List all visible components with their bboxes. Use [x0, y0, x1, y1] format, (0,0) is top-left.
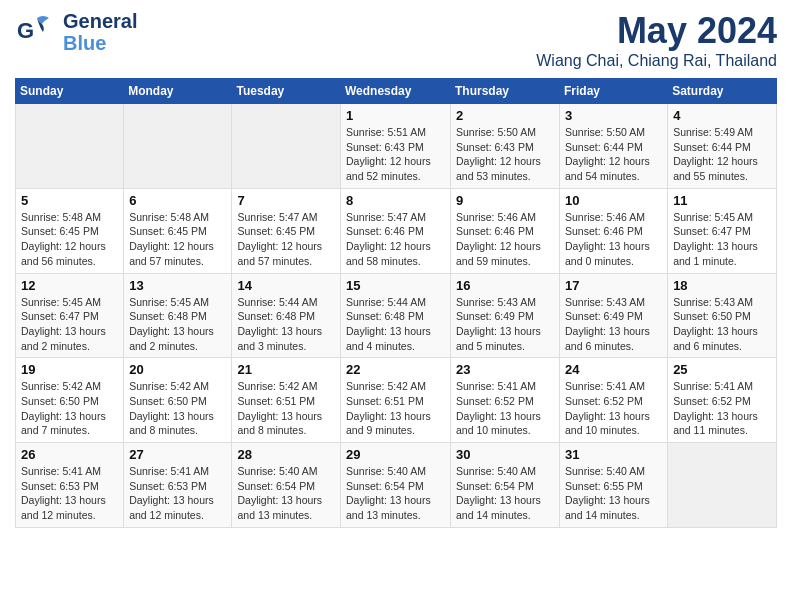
day-info: Sunrise: 5:50 AM Sunset: 6:43 PM Dayligh…: [456, 125, 554, 184]
calendar-cell: 15Sunrise: 5:44 AM Sunset: 6:48 PM Dayli…: [341, 273, 451, 358]
calendar-cell: [16, 104, 124, 189]
calendar-cell: 27Sunrise: 5:41 AM Sunset: 6:53 PM Dayli…: [124, 443, 232, 528]
day-number: 19: [21, 362, 118, 377]
day-info: Sunrise: 5:45 AM Sunset: 6:47 PM Dayligh…: [21, 295, 118, 354]
day-number: 22: [346, 362, 445, 377]
calendar-cell: 11Sunrise: 5:45 AM Sunset: 6:47 PM Dayli…: [668, 188, 777, 273]
weekday-header-sunday: Sunday: [16, 79, 124, 104]
day-number: 31: [565, 447, 662, 462]
day-info: Sunrise: 5:40 AM Sunset: 6:54 PM Dayligh…: [346, 464, 445, 523]
day-info: Sunrise: 5:50 AM Sunset: 6:44 PM Dayligh…: [565, 125, 662, 184]
weekday-header-saturday: Saturday: [668, 79, 777, 104]
calendar-week-row: 5Sunrise: 5:48 AM Sunset: 6:45 PM Daylig…: [16, 188, 777, 273]
calendar-cell: 16Sunrise: 5:43 AM Sunset: 6:49 PM Dayli…: [451, 273, 560, 358]
calendar-cell: 8Sunrise: 5:47 AM Sunset: 6:46 PM Daylig…: [341, 188, 451, 273]
page-header: G General Blue May 2024 Wiang Chai, Chia…: [15, 10, 777, 70]
day-number: 11: [673, 193, 771, 208]
day-info: Sunrise: 5:41 AM Sunset: 6:53 PM Dayligh…: [21, 464, 118, 523]
calendar-cell: 23Sunrise: 5:41 AM Sunset: 6:52 PM Dayli…: [451, 358, 560, 443]
svg-text:G: G: [17, 18, 34, 43]
day-info: Sunrise: 5:46 AM Sunset: 6:46 PM Dayligh…: [565, 210, 662, 269]
calendar-cell: 4Sunrise: 5:49 AM Sunset: 6:44 PM Daylig…: [668, 104, 777, 189]
day-number: 25: [673, 362, 771, 377]
location-title: Wiang Chai, Chiang Rai, Thailand: [536, 52, 777, 70]
calendar-cell: 21Sunrise: 5:42 AM Sunset: 6:51 PM Dayli…: [232, 358, 341, 443]
calendar-cell: 1Sunrise: 5:51 AM Sunset: 6:43 PM Daylig…: [341, 104, 451, 189]
day-number: 26: [21, 447, 118, 462]
day-info: Sunrise: 5:41 AM Sunset: 6:52 PM Dayligh…: [565, 379, 662, 438]
day-number: 1: [346, 108, 445, 123]
calendar-cell: 24Sunrise: 5:41 AM Sunset: 6:52 PM Dayli…: [560, 358, 668, 443]
calendar-cell: 3Sunrise: 5:50 AM Sunset: 6:44 PM Daylig…: [560, 104, 668, 189]
calendar-cell: 10Sunrise: 5:46 AM Sunset: 6:46 PM Dayli…: [560, 188, 668, 273]
day-info: Sunrise: 5:45 AM Sunset: 6:48 PM Dayligh…: [129, 295, 226, 354]
day-info: Sunrise: 5:44 AM Sunset: 6:48 PM Dayligh…: [237, 295, 335, 354]
day-info: Sunrise: 5:46 AM Sunset: 6:46 PM Dayligh…: [456, 210, 554, 269]
calendar-cell: 28Sunrise: 5:40 AM Sunset: 6:54 PM Dayli…: [232, 443, 341, 528]
day-info: Sunrise: 5:43 AM Sunset: 6:49 PM Dayligh…: [456, 295, 554, 354]
calendar-cell: 19Sunrise: 5:42 AM Sunset: 6:50 PM Dayli…: [16, 358, 124, 443]
calendar-cell: 13Sunrise: 5:45 AM Sunset: 6:48 PM Dayli…: [124, 273, 232, 358]
calendar-cell: 20Sunrise: 5:42 AM Sunset: 6:50 PM Dayli…: [124, 358, 232, 443]
calendar-table: SundayMondayTuesdayWednesdayThursdayFrid…: [15, 78, 777, 528]
day-number: 2: [456, 108, 554, 123]
day-number: 27: [129, 447, 226, 462]
calendar-cell: 2Sunrise: 5:50 AM Sunset: 6:43 PM Daylig…: [451, 104, 560, 189]
day-info: Sunrise: 5:41 AM Sunset: 6:52 PM Dayligh…: [673, 379, 771, 438]
calendar-cell: 7Sunrise: 5:47 AM Sunset: 6:45 PM Daylig…: [232, 188, 341, 273]
calendar-cell: 17Sunrise: 5:43 AM Sunset: 6:49 PM Dayli…: [560, 273, 668, 358]
day-number: 7: [237, 193, 335, 208]
weekday-header-tuesday: Tuesday: [232, 79, 341, 104]
calendar-week-row: 19Sunrise: 5:42 AM Sunset: 6:50 PM Dayli…: [16, 358, 777, 443]
day-info: Sunrise: 5:47 AM Sunset: 6:45 PM Dayligh…: [237, 210, 335, 269]
day-number: 3: [565, 108, 662, 123]
day-info: Sunrise: 5:42 AM Sunset: 6:50 PM Dayligh…: [129, 379, 226, 438]
day-info: Sunrise: 5:43 AM Sunset: 6:49 PM Dayligh…: [565, 295, 662, 354]
calendar-cell: 14Sunrise: 5:44 AM Sunset: 6:48 PM Dayli…: [232, 273, 341, 358]
day-number: 23: [456, 362, 554, 377]
weekday-header-wednesday: Wednesday: [341, 79, 451, 104]
day-number: 4: [673, 108, 771, 123]
weekday-header-friday: Friday: [560, 79, 668, 104]
calendar-cell: 5Sunrise: 5:48 AM Sunset: 6:45 PM Daylig…: [16, 188, 124, 273]
day-number: 10: [565, 193, 662, 208]
day-number: 21: [237, 362, 335, 377]
day-info: Sunrise: 5:48 AM Sunset: 6:45 PM Dayligh…: [129, 210, 226, 269]
logo-general: General: [63, 10, 137, 32]
day-number: 28: [237, 447, 335, 462]
title-block: May 2024 Wiang Chai, Chiang Rai, Thailan…: [536, 10, 777, 70]
weekday-header-thursday: Thursday: [451, 79, 560, 104]
logo-icon: G: [15, 10, 59, 54]
day-number: 24: [565, 362, 662, 377]
calendar-cell: 18Sunrise: 5:43 AM Sunset: 6:50 PM Dayli…: [668, 273, 777, 358]
day-number: 9: [456, 193, 554, 208]
day-info: Sunrise: 5:49 AM Sunset: 6:44 PM Dayligh…: [673, 125, 771, 184]
day-number: 30: [456, 447, 554, 462]
calendar-cell: 30Sunrise: 5:40 AM Sunset: 6:54 PM Dayli…: [451, 443, 560, 528]
calendar-cell: 12Sunrise: 5:45 AM Sunset: 6:47 PM Dayli…: [16, 273, 124, 358]
day-number: 17: [565, 278, 662, 293]
day-info: Sunrise: 5:47 AM Sunset: 6:46 PM Dayligh…: [346, 210, 445, 269]
day-number: 6: [129, 193, 226, 208]
day-number: 16: [456, 278, 554, 293]
calendar-header-row: SundayMondayTuesdayWednesdayThursdayFrid…: [16, 79, 777, 104]
day-info: Sunrise: 5:45 AM Sunset: 6:47 PM Dayligh…: [673, 210, 771, 269]
day-info: Sunrise: 5:42 AM Sunset: 6:51 PM Dayligh…: [346, 379, 445, 438]
calendar-cell: 9Sunrise: 5:46 AM Sunset: 6:46 PM Daylig…: [451, 188, 560, 273]
calendar-cell: 22Sunrise: 5:42 AM Sunset: 6:51 PM Dayli…: [341, 358, 451, 443]
calendar-cell: 31Sunrise: 5:40 AM Sunset: 6:55 PM Dayli…: [560, 443, 668, 528]
day-info: Sunrise: 5:44 AM Sunset: 6:48 PM Dayligh…: [346, 295, 445, 354]
weekday-header-monday: Monday: [124, 79, 232, 104]
day-info: Sunrise: 5:42 AM Sunset: 6:51 PM Dayligh…: [237, 379, 335, 438]
day-number: 20: [129, 362, 226, 377]
day-info: Sunrise: 5:42 AM Sunset: 6:50 PM Dayligh…: [21, 379, 118, 438]
day-info: Sunrise: 5:43 AM Sunset: 6:50 PM Dayligh…: [673, 295, 771, 354]
day-info: Sunrise: 5:41 AM Sunset: 6:52 PM Dayligh…: [456, 379, 554, 438]
logo-blue: Blue: [63, 32, 137, 54]
day-number: 15: [346, 278, 445, 293]
day-number: 8: [346, 193, 445, 208]
calendar-cell: 29Sunrise: 5:40 AM Sunset: 6:54 PM Dayli…: [341, 443, 451, 528]
day-info: Sunrise: 5:48 AM Sunset: 6:45 PM Dayligh…: [21, 210, 118, 269]
day-number: 29: [346, 447, 445, 462]
calendar-cell: 25Sunrise: 5:41 AM Sunset: 6:52 PM Dayli…: [668, 358, 777, 443]
